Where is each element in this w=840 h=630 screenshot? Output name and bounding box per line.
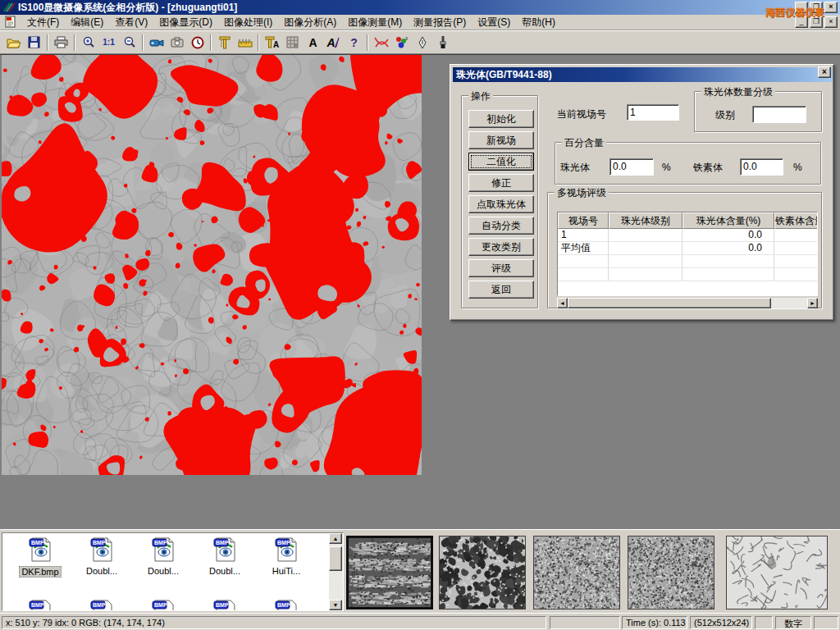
auto-classify-button[interactable]: 自动分类 — [468, 217, 534, 235]
file-name[interactable]: HuiTi... — [271, 566, 302, 576]
table-hscrollbar[interactable]: ◄ ► — [557, 298, 818, 308]
brush-tool-button[interactable] — [432, 33, 453, 52]
file-vscrollbar[interactable]: ▲ ▼ — [329, 533, 343, 610]
cell-grade — [609, 242, 682, 255]
ferrite-percent-input[interactable]: 0.0 — [740, 158, 783, 176]
file-item[interactable]: BMP Doubl... — [73, 536, 130, 577]
pick-pearlite-button[interactable]: 点取珠光体 — [468, 195, 534, 213]
scroll-up-arrow[interactable]: ▲ — [329, 533, 342, 544]
file-item[interactable]: BMP Doubl... — [196, 536, 253, 577]
grade-input[interactable] — [752, 106, 806, 123]
percent-group-label: 百分含量 — [562, 136, 606, 150]
thumbnail-5[interactable] — [726, 536, 828, 609]
help-button[interactable]: ? — [344, 33, 364, 52]
zoom-in-button[interactable] — [78, 33, 98, 52]
insert-text-button[interactable]: A — [303, 33, 323, 52]
timer-button[interactable] — [187, 33, 208, 52]
menu-report[interactable]: 测量报告(P) — [408, 14, 472, 31]
scroll-down-arrow[interactable]: ▼ — [329, 600, 342, 610]
thumbnail-2[interactable] — [439, 536, 526, 609]
current-field-label: 当前视场号 — [557, 107, 606, 121]
thumbnail-1[interactable] — [346, 536, 433, 609]
ruler-button[interactable] — [235, 33, 255, 52]
caliper-button[interactable] — [214, 33, 235, 52]
file-item[interactable]: BMP — [196, 599, 253, 611]
curve-tool-button[interactable] — [371, 33, 391, 52]
menu-file[interactable]: 文件(F) — [21, 14, 65, 31]
col-field-number[interactable]: 视场号 — [558, 212, 609, 229]
file-item[interactable]: BMP — [73, 599, 130, 611]
file-item[interactable]: BMP Doubl... — [135, 536, 192, 577]
col-pearlite-grade[interactable]: 珠光体级别 — [609, 212, 682, 229]
menu-image-process[interactable]: 图像处理(I) — [218, 14, 278, 31]
snapshot-button[interactable] — [167, 33, 187, 52]
rate-button[interactable]: 评级 — [468, 259, 534, 277]
current-field-input[interactable]: 1 — [627, 104, 679, 121]
table-row-empty — [558, 268, 817, 281]
dialog-close-button[interactable]: × — [818, 66, 831, 78]
table-row[interactable]: 平均值 0.0 — [558, 242, 817, 255]
file-item[interactable]: BMP DKF.bmp — [11, 536, 69, 578]
mdi-close-button[interactable]: × — [824, 16, 838, 28]
init-button[interactable]: 初始化 — [468, 110, 534, 128]
scroll-thumb[interactable] — [329, 546, 342, 571]
dialog-title-bar[interactable]: 珠光体(GB/T9441-88) — [453, 67, 833, 82]
file-name[interactable]: Doubl... — [84, 566, 119, 576]
table-row-empty — [558, 255, 817, 268]
menu-image-analysis[interactable]: 图像分析(A) — [278, 14, 342, 31]
table-header-row: 视场号 珠光体级别 珠光体含量(%) 铁素体含量(%) — [558, 212, 817, 229]
file-name[interactable]: Doubl... — [208, 566, 242, 576]
menu-settings[interactable]: 设置(S) — [472, 14, 516, 31]
binarize-button[interactable]: 二值化 — [468, 153, 534, 171]
file-browser[interactable]: BMP DKF.bmp BMP Doubl... — [2, 532, 344, 611]
video-capture-button[interactable] — [146, 33, 167, 52]
bmp-file-icon: BMP — [212, 536, 237, 563]
file-item[interactable]: BMP — [11, 599, 69, 611]
cell-ferrite — [774, 242, 818, 255]
new-field-button[interactable]: 新视场 — [468, 131, 534, 149]
table-row[interactable]: 1 0.0 — [558, 229, 817, 242]
scroll-track[interactable] — [771, 298, 807, 308]
menu-view[interactable]: 查看(V) — [109, 14, 153, 31]
menu-image-measure[interactable]: 图像测量(M) — [342, 14, 408, 31]
thumbnail-3[interactable] — [533, 536, 620, 609]
zoom-out-icon — [123, 36, 136, 49]
file-item[interactable]: BMP — [135, 599, 192, 611]
operation-group: 操作 初始化 新视场 二值化 修正 点取珠光体 自动分类 更改类别 评级 返回 — [461, 95, 538, 308]
count-tool-button[interactable]: 3 — [391, 33, 412, 52]
change-class-button[interactable]: 更改类别 — [468, 238, 534, 256]
annotate-button[interactable]: A — [323, 33, 344, 52]
ruler-icon — [238, 38, 253, 48]
grid-measure-button[interactable] — [282, 33, 303, 52]
file-item[interactable]: BMP — [258, 599, 315, 611]
pearlite-percent-input[interactable]: 0.0 — [609, 158, 654, 176]
col-ferrite-content[interactable]: 铁素体含量(%) — [774, 212, 818, 229]
menu-edit[interactable]: 编辑(E) — [65, 14, 109, 31]
file-name[interactable]: DKF.bmp — [19, 566, 61, 578]
status-empty-cell — [755, 616, 773, 629]
caliper-text-icon: A — [265, 36, 280, 49]
measure-text-button[interactable]: A — [262, 33, 282, 52]
save-button[interactable] — [24, 33, 44, 52]
multi-field-table[interactable]: 视场号 珠光体级别 珠光体含量(%) 铁素体含量(%) 1 0.0 平均值 0.… — [557, 212, 818, 296]
file-name[interactable]: Doubl... — [146, 566, 180, 576]
print-button[interactable] — [51, 33, 71, 52]
col-pearlite-content[interactable]: 珠光体含量(%) — [682, 212, 774, 229]
file-item[interactable]: BMP HuiTi... — [258, 536, 315, 577]
svg-text:BMP: BMP — [277, 602, 290, 608]
zoom-out-button[interactable] — [119, 33, 139, 52]
menu-help[interactable]: 帮助(H) — [516, 14, 561, 31]
actual-size-button[interactable]: 1:1 — [98, 33, 119, 52]
open-button[interactable] — [3, 33, 24, 52]
scroll-right-arrow[interactable]: ► — [807, 298, 818, 308]
correct-button[interactable]: 修正 — [468, 174, 534, 192]
close-button[interactable]: × — [824, 2, 838, 13]
status-bar: x: 510 y: 79 idx: 0 RGB: (174, 174, 174)… — [0, 613, 840, 630]
thumbnail-4[interactable] — [628, 536, 714, 609]
return-button[interactable]: 返回 — [468, 281, 534, 299]
picker-tool-button[interactable] — [412, 33, 432, 52]
micrograph-canvas[interactable] — [2, 55, 422, 475]
menu-image-display[interactable]: 图像显示(D) — [153, 14, 218, 31]
scroll-thumb[interactable] — [568, 298, 771, 308]
scroll-left-arrow[interactable]: ◄ — [557, 298, 568, 308]
